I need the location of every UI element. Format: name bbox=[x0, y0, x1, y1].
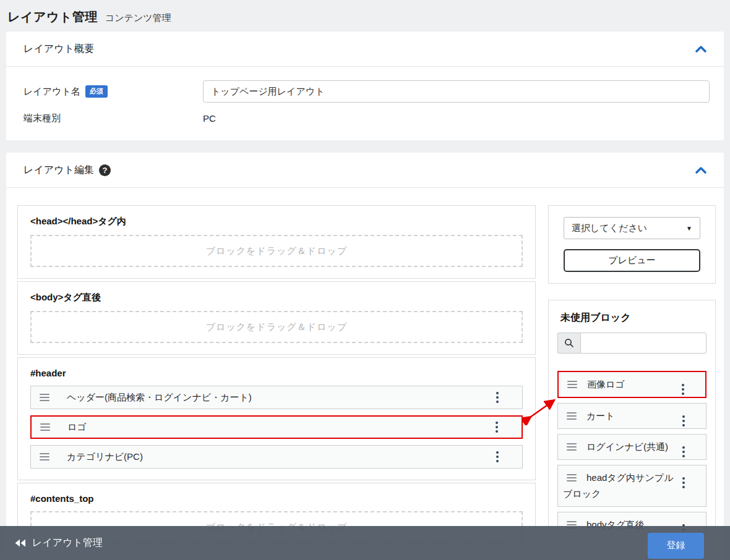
caret-down-icon: ▼ bbox=[686, 225, 692, 232]
block-label: 画像ロゴ bbox=[587, 379, 625, 389]
block-row-logo[interactable]: ロゴ bbox=[30, 415, 523, 439]
unused-blocks-box: 未使用ブロック 画像ロゴ カート bbox=[548, 300, 716, 556]
block-row-category-nav[interactable]: カテゴリナビ(PC) bbox=[30, 445, 523, 469]
unused-block-image-logo[interactable]: 画像ロゴ bbox=[557, 371, 706, 398]
chevron-up-icon[interactable] bbox=[695, 45, 706, 53]
block-label: ロゴ bbox=[67, 422, 87, 433]
preview-button[interactable]: プレビュー bbox=[564, 249, 700, 272]
section-heading: <body>タグ直後 bbox=[30, 292, 523, 303]
layout-edit-title: レイアウト編集 bbox=[24, 164, 94, 177]
sidebar: 選択してください ▼ プレビュー 未使用ブロック 画像ロゴ bbox=[548, 205, 716, 556]
drag-handle-icon[interactable] bbox=[567, 381, 577, 388]
unused-block-head-sample[interactable]: headタグ内サンプルブロック bbox=[557, 465, 706, 507]
block-search bbox=[557, 333, 706, 354]
section-heading: #contents_top bbox=[30, 493, 523, 504]
preview-box: 選択してください ▼ プレビュー bbox=[548, 205, 716, 284]
block-label: カテゴリナビ(PC) bbox=[67, 451, 143, 463]
drag-handle-icon[interactable] bbox=[40, 423, 50, 431]
block-label: ヘッダー(商品検索・ログインナビ・カート) bbox=[67, 392, 252, 404]
unused-block-list: 画像ロゴ カート ログインナビ(共通) headタグ内サンプルブロック bbox=[557, 371, 706, 538]
block-label: headタグ内サンプルブロック bbox=[563, 472, 673, 499]
register-button[interactable]: 登録 bbox=[648, 533, 704, 559]
layout-edit-body: <head></head>タグ内 ブロックをドラッグ＆ドロップ <body>タグ… bbox=[6, 188, 724, 558]
device-type-label: 端末種別 bbox=[24, 112, 203, 124]
unused-block-cart[interactable]: カート bbox=[557, 403, 706, 429]
layout-name-input[interactable] bbox=[203, 80, 710, 103]
chevron-up-icon[interactable] bbox=[695, 166, 706, 174]
page-header: レイアウト管理 コンテンツ管理 bbox=[0, 0, 730, 32]
layout-name-label: レイアウト名 bbox=[24, 86, 80, 98]
device-type-value: PC bbox=[203, 113, 216, 124]
section-head-tag: <head></head>タグ内 ブロックをドラッグ＆ドロップ bbox=[17, 205, 536, 279]
section-header-area: #header ヘッダー(商品検索・ログインナビ・カート) ロゴ カテゴリナビ(… bbox=[17, 357, 536, 480]
kebab-menu-icon[interactable] bbox=[682, 477, 685, 488]
layout-edit-panel: レイアウト編集 ? <head></head>タグ内 ブロックをドラッグ＆ドロッ… bbox=[6, 153, 724, 558]
rewind-icon bbox=[15, 539, 26, 547]
block-label: カート bbox=[586, 410, 615, 421]
dropzone-body-tag[interactable]: ブロックをドラッグ＆ドロップ bbox=[30, 311, 523, 343]
bottom-action-bar: レイアウト管理 登録 bbox=[0, 526, 730, 560]
layout-overview-body: レイアウト名 必須 端末種別 PC bbox=[6, 67, 724, 140]
page-subtitle: コンテンツ管理 bbox=[105, 12, 171, 24]
help-icon[interactable]: ? bbox=[99, 164, 111, 176]
kebab-menu-icon[interactable] bbox=[496, 451, 499, 462]
layout-name-row: レイアウト名 必須 bbox=[24, 80, 710, 103]
kebab-menu-icon[interactable] bbox=[682, 446, 685, 457]
section-body-tag: <body>タグ直後 ブロックをドラッグ＆ドロップ bbox=[17, 281, 536, 355]
layout-name-label-wrap: レイアウト名 必須 bbox=[24, 85, 203, 98]
kebab-menu-icon[interactable] bbox=[496, 422, 498, 433]
layout-edit-header: レイアウト編集 ? bbox=[6, 153, 724, 188]
block-search-input[interactable] bbox=[580, 333, 706, 354]
drag-handle-icon[interactable] bbox=[567, 412, 577, 420]
drag-handle-icon[interactable] bbox=[567, 443, 577, 451]
page-select[interactable]: 選択してください ▼ bbox=[564, 217, 700, 239]
drag-handle-icon[interactable] bbox=[567, 474, 577, 482]
section-heading: #header bbox=[30, 368, 523, 378]
block-row-header-nav[interactable]: ヘッダー(商品検索・ログインナビ・カート) bbox=[30, 386, 523, 409]
layout-overview-header: レイアウト概要 bbox=[6, 32, 724, 67]
layout-sections: <head></head>タグ内 ブロックをドラッグ＆ドロップ <body>タグ… bbox=[17, 205, 536, 558]
drag-handle-icon[interactable] bbox=[40, 453, 49, 460]
drag-handle-icon[interactable] bbox=[40, 394, 49, 401]
kebab-menu-icon[interactable] bbox=[682, 415, 685, 426]
page-select-value: 選択してください bbox=[572, 223, 647, 234]
required-badge: 必須 bbox=[85, 85, 108, 98]
collapse-nav-control[interactable]: レイアウト管理 bbox=[15, 537, 103, 549]
dropzone-head-tag[interactable]: ブロックをドラッグ＆ドロップ bbox=[30, 235, 523, 267]
block-label: ログインナビ(共通) bbox=[586, 441, 668, 452]
page-title: レイアウト管理 bbox=[7, 9, 98, 25]
section-heading: <head></head>タグ内 bbox=[30, 216, 523, 227]
kebab-menu-icon[interactable] bbox=[496, 392, 499, 403]
kebab-menu-icon[interactable] bbox=[682, 384, 684, 395]
layout-overview-panel: レイアウト概要 レイアウト名 必須 端末種別 PC bbox=[6, 32, 724, 140]
unused-block-login-nav[interactable]: ログインナビ(共通) bbox=[557, 434, 706, 460]
search-icon bbox=[557, 333, 580, 354]
device-type-row: 端末種別 PC bbox=[24, 112, 710, 124]
bottom-bar-label: レイアウト管理 bbox=[32, 537, 103, 549]
layout-overview-title: レイアウト概要 bbox=[24, 43, 94, 56]
unused-blocks-title: 未使用ブロック bbox=[557, 312, 706, 325]
